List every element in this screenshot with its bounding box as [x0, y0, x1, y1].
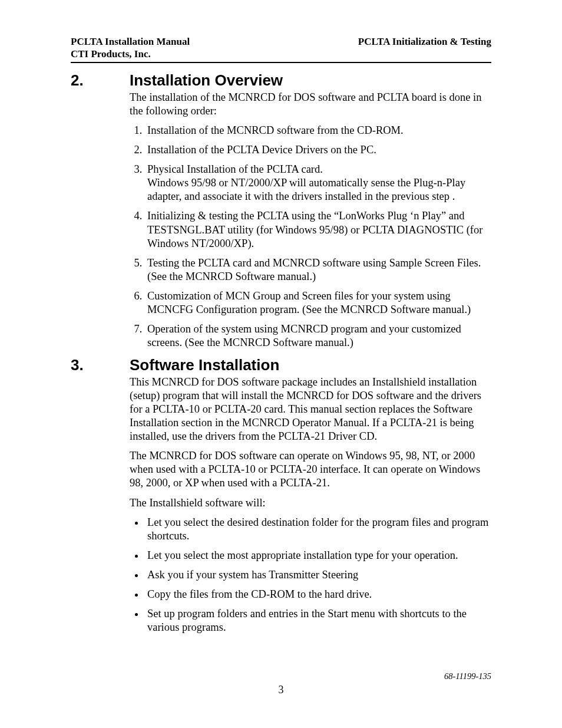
- list-item: Customization of MCN Group and Screen fi…: [145, 289, 491, 317]
- page-footer: 68-11199-135 3: [71, 671, 491, 696]
- section-title: Software Installation: [130, 356, 279, 374]
- list-item: Physical Installation of the PCLTA card.…: [145, 163, 491, 203]
- header-left-line1: PCLTA Installation Manual: [71, 35, 190, 48]
- list-item: Testing the PCLTA card and MCNRCD softwa…: [145, 256, 491, 284]
- ordered-steps: Installation of the MCNRCD software from…: [130, 124, 491, 350]
- list-item: Let you select the desired destination f…: [145, 516, 491, 543]
- list-item: Installation of the PCLTA Device Drivers…: [145, 143, 491, 157]
- section-title: Installation Overview: [130, 71, 283, 90]
- list-item: Copy the files from the CD-ROM to the ha…: [145, 588, 491, 601]
- paragraph: The MCNRCD for DOS software can operate …: [130, 449, 491, 490]
- list-item: Ask you if your system has Transmitter S…: [145, 568, 491, 582]
- section-number: 2.: [71, 71, 130, 90]
- header-right: PCLTA Initialization & Testing: [358, 35, 491, 61]
- section-installation-overview: 2. Installation Overview The installatio…: [71, 71, 491, 350]
- intro-paragraph: The installation of the MCNRCD for DOS s…: [130, 91, 491, 118]
- section-heading: 2. Installation Overview: [71, 71, 491, 90]
- list-item: Installation of the MCNRCD software from…: [145, 124, 491, 137]
- paragraph: The Installshield software will:: [130, 496, 491, 510]
- section-number: 3.: [71, 356, 130, 374]
- list-item: Operation of the system using MCNRCD pro…: [145, 322, 491, 350]
- section-body: This MCNRCD for DOS software package inc…: [130, 375, 491, 635]
- section-body: The installation of the MCNRCD for DOS s…: [130, 91, 491, 350]
- page-number: 3: [71, 684, 491, 696]
- page-header: PCLTA Installation Manual CTI Products, …: [71, 35, 491, 63]
- document-id: 68-11199-135: [71, 671, 491, 681]
- header-left-line2: CTI Products, Inc.: [71, 48, 190, 60]
- list-item: Set up program folders and entries in th…: [145, 607, 491, 634]
- list-item: Let you select the most appropriate inst…: [145, 549, 491, 562]
- section-software-installation: 3. Software Installation This MCNRCD for…: [71, 356, 491, 635]
- paragraph: This MCNRCD for DOS software package inc…: [130, 375, 491, 444]
- section-heading: 3. Software Installation: [71, 356, 491, 374]
- page: PCLTA Installation Manual CTI Products, …: [0, 0, 562, 728]
- list-item: Initializing & testing the PCLTA using t…: [145, 209, 491, 250]
- bullet-list: Let you select the desired destination f…: [130, 516, 491, 635]
- header-left: PCLTA Installation Manual CTI Products, …: [71, 35, 190, 61]
